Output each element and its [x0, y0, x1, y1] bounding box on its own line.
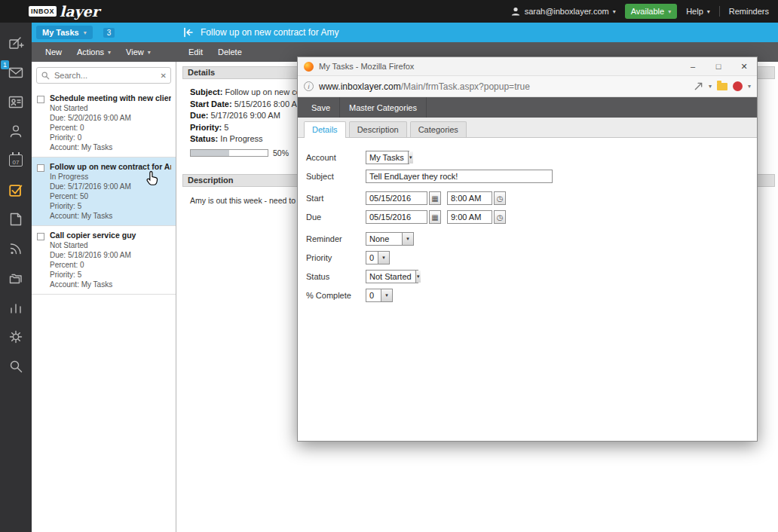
subject-input[interactable]	[366, 170, 553, 183]
list-toolbar-blue: My Tasks ▾ 3	[32, 23, 176, 42]
due-time-input[interactable]	[447, 210, 492, 224]
logo-layer-text: layer	[60, 5, 100, 19]
view-dropdown[interactable]: View ▾	[118, 42, 158, 62]
url-bar[interactable]: i www.inboxlayer.com/Main/frmTask.aspx?p…	[298, 76, 757, 97]
sidebar-item-people[interactable]	[8, 123, 24, 139]
due-time-picker-button[interactable]: ◷	[494, 210, 506, 224]
tab-details[interactable]: Details	[304, 121, 346, 138]
window-controls: – □ ✕	[680, 57, 757, 75]
availability-button[interactable]: Available ▾	[625, 4, 677, 19]
account-label: Account	[306, 153, 366, 162]
task-list-item-selected[interactable]: Follow up on new contract for Amy In Pro…	[32, 157, 176, 226]
form-row-subject: Subject	[306, 170, 748, 183]
search-input[interactable]	[53, 70, 158, 81]
task-priority: Priority: 5	[50, 201, 171, 211]
tab-categories[interactable]: Categories	[410, 121, 467, 137]
task-status: Not Started	[50, 103, 171, 113]
chevron-down-icon[interactable]: ▾	[709, 83, 712, 90]
edit-button[interactable]: Edit	[181, 42, 210, 62]
bookmarks-folder-icon[interactable]	[717, 83, 727, 90]
start-date-picker-button[interactable]: ▦	[429, 191, 441, 205]
inboxlayer-app: INBOX layer sarah@inboxlayer.com ▾ Avail…	[0, 0, 778, 532]
window-titlebar[interactable]: My Tasks - Mozilla Firefox – □ ✕	[298, 57, 757, 76]
account-menu[interactable]: sarah@inboxlayer.com ▾	[510, 6, 616, 17]
sidebar-item-compose[interactable]	[8, 35, 24, 51]
maximize-button[interactable]: □	[706, 57, 731, 75]
collapse-panel-icon[interactable]	[182, 26, 194, 38]
chevron-down-icon: ▾	[707, 8, 710, 15]
clear-search-icon[interactable]: ✕	[161, 72, 167, 80]
sidebar-item-feeds[interactable]	[8, 240, 24, 257]
sidebar-item-contacts[interactable]	[8, 93, 24, 110]
chevron-down-icon: ▾	[108, 49, 111, 56]
contact-card-icon	[8, 93, 24, 110]
help-menu[interactable]: Help ▾	[686, 7, 710, 16]
site-info-icon[interactable]: i	[304, 81, 314, 91]
start-label: Start	[306, 194, 366, 203]
reminders-label: Reminders	[729, 7, 769, 16]
my-tasks-dropdown[interactable]: My Tasks ▾	[36, 26, 93, 39]
task-account: Account: My Tasks	[50, 211, 171, 221]
form-row-priority: Priority 0 ▼	[306, 251, 748, 264]
search-icon	[8, 358, 24, 375]
task-priority: Priority: 5	[50, 270, 171, 280]
task-checkbox[interactable]	[37, 96, 44, 103]
reminders-link[interactable]: Reminders	[729, 7, 769, 16]
save-button[interactable]: Save	[302, 97, 340, 118]
task-due: Due: 5/18/2016 9:00 AM	[50, 250, 171, 260]
calendar-icon: ▦	[431, 194, 438, 203]
reminder-select[interactable]: None ▼	[366, 232, 414, 246]
priority-label: Priority	[306, 253, 366, 262]
task-list-item[interactable]: Call copier service guy Not Started Due:…	[32, 226, 176, 295]
calendar-day: 07	[13, 159, 20, 166]
task-checkbox[interactable]	[37, 233, 44, 240]
new-button[interactable]: New	[38, 42, 69, 62]
due-date-input[interactable]	[366, 210, 427, 224]
sidebar-item-search[interactable]	[8, 358, 24, 375]
clock-icon: ◷	[497, 213, 504, 222]
calendar-icon: ▦	[431, 213, 438, 222]
close-button[interactable]: ✕	[731, 57, 757, 75]
minimize-button[interactable]: –	[680, 57, 706, 75]
task-checkbox[interactable]	[37, 164, 44, 172]
sidebar-item-folders[interactable]	[8, 270, 24, 286]
share-icon[interactable]	[694, 81, 703, 91]
mail-icon	[8, 64, 24, 81]
subject-label: Subject	[306, 172, 366, 181]
task-account: Account: My Tasks	[50, 280, 171, 289]
priority-select[interactable]: 0 ▼	[366, 251, 390, 264]
sidebar-item-reports[interactable]	[8, 299, 24, 316]
my-tasks-label: My Tasks	[42, 28, 79, 37]
search-icon	[41, 71, 50, 80]
sidebar-item-calendar[interactable]: 07	[8, 152, 24, 169]
task-due: Due: 5/20/2016 9:00 AM	[50, 113, 171, 123]
task-list-item[interactable]: Schedule meeting with new client Not Sta…	[32, 89, 176, 157]
actions-dropdown[interactable]: Actions ▾	[69, 42, 118, 62]
selected-task-title: Follow up on new contract for Amy	[201, 27, 338, 38]
tab-description[interactable]: Description	[349, 121, 407, 137]
chevron-down-icon: ▾	[668, 8, 671, 15]
delete-button[interactable]: Delete	[210, 42, 250, 62]
chevron-down-icon: ▾	[613, 8, 616, 15]
sidebar-item-tasks-active[interactable]	[8, 182, 24, 198]
chevron-down-icon[interactable]: ▾	[748, 83, 751, 90]
account-select[interactable]: My Tasks ▼	[366, 151, 409, 164]
user-icon	[510, 6, 521, 17]
percent-complete-select[interactable]: 0 ▼	[366, 289, 393, 302]
master-categories-button[interactable]: Master Categories	[340, 97, 427, 118]
blue-toolbar: My Tasks ▾ 3 Follow up on new contract f…	[32, 23, 778, 42]
availability-label: Available	[631, 7, 664, 16]
start-time-input[interactable]	[447, 191, 492, 205]
start-time-picker-button[interactable]: ◷	[494, 191, 506, 205]
percent-complete-label: % Complete	[306, 291, 366, 300]
sidebar-item-settings[interactable]	[8, 329, 24, 345]
status-select[interactable]: Not Started ▼	[366, 270, 418, 283]
due-date-picker-button[interactable]: ▦	[429, 210, 441, 224]
sidebar-item-mail[interactable]: 1	[8, 64, 24, 81]
adblock-icon[interactable]	[733, 81, 743, 91]
task-count-badge: 3	[103, 28, 115, 38]
start-date-input[interactable]	[366, 191, 427, 205]
urlbar-action-icons: ▾ ▾	[694, 81, 751, 91]
select-arrow-icon: ▼	[381, 289, 392, 301]
sidebar-item-notes[interactable]	[8, 211, 24, 228]
